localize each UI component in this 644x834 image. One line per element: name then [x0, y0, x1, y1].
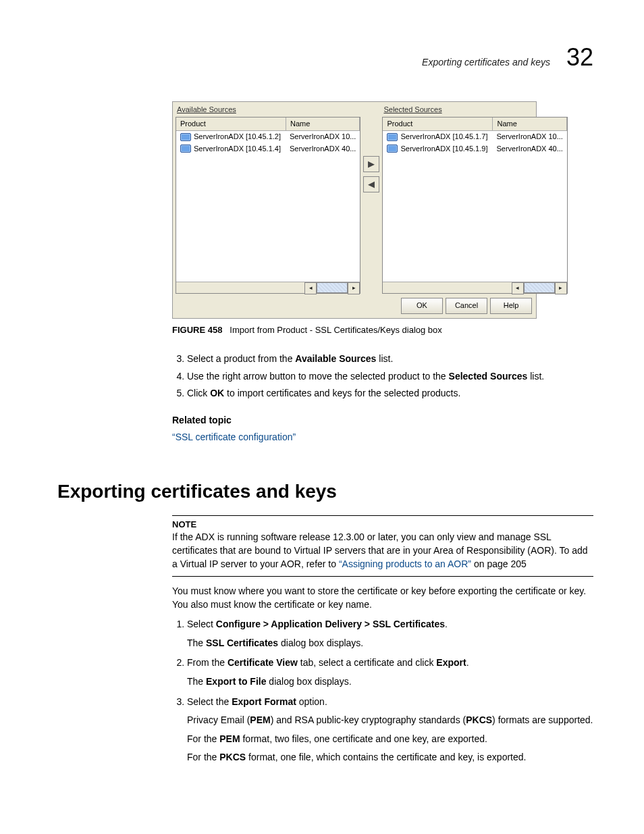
figure-label: FIGURE 458: [172, 325, 222, 335]
table-row[interactable]: ServerIronADX [10.45.1.4] ServerIronADX …: [176, 143, 360, 155]
figure-caption: FIGURE 458 Import from Product - SSL Cer…: [172, 324, 593, 336]
cell-product: ServerIronADX [10.45.1.9]: [400, 144, 487, 154]
note-link[interactable]: “Assigning products to an AOR”: [339, 558, 471, 569]
device-icon: [387, 145, 398, 153]
cancel-button[interactable]: Cancel: [446, 298, 487, 314]
scroll-right-button[interactable]: ▸: [555, 282, 567, 294]
available-sources-label: Available Sources: [173, 102, 363, 116]
list-item: Select a product from the Available Sour…: [187, 353, 593, 366]
available-sources-table[interactable]: Product Name ServerIronADX [10.45.1.2] S…: [176, 117, 360, 294]
list-item: Select the Export Format option. Privacy…: [187, 696, 593, 764]
available-sources-panel: Available Sources Product Name ServerIro…: [173, 102, 363, 293]
steps-list-b: Select Configure > Application Delivery …: [172, 618, 593, 764]
ok-button[interactable]: OK: [401, 298, 443, 314]
table-row[interactable]: ServerIronADX [10.45.1.9] ServerIronADX …: [383, 143, 566, 155]
move-right-button[interactable]: ▶: [363, 156, 379, 172]
cell-name: ServerIronADX 40...: [286, 143, 360, 155]
device-icon: [180, 133, 191, 141]
cell-name: ServerIronADX 40...: [492, 143, 566, 155]
horizontal-scrollbar[interactable]: ◂ ▸: [176, 282, 360, 293]
table-row[interactable]: ServerIronADX [10.45.1.7] ServerIronADX …: [383, 131, 566, 142]
related-topic-link[interactable]: “SSL certificate configuration”: [172, 432, 296, 442]
selected-sources-table[interactable]: Product Name ServerIronADX [10.45.1.7] S…: [382, 117, 567, 294]
dialog-button-row: OK Cancel Help: [173, 294, 536, 318]
scroll-left-button[interactable]: ◂: [512, 282, 524, 294]
cell-product: ServerIronADX [10.45.1.7]: [400, 132, 487, 142]
section-heading: Exporting certificates and keys: [57, 478, 593, 504]
table-row[interactable]: ServerIronADX [10.45.1.2] ServerIronADX …: [176, 131, 360, 142]
col-header-name[interactable]: Name: [286, 118, 360, 130]
steps-list-a: Select a product from the Available Sour…: [172, 353, 593, 400]
cell-product: ServerIronADX [10.45.1.2]: [194, 132, 281, 142]
help-button[interactable]: Help: [490, 298, 532, 314]
import-dialog: Available Sources Product Name ServerIro…: [172, 101, 537, 318]
list-item: Click OK to import certificates and keys…: [187, 387, 593, 400]
scroll-right-button[interactable]: ▸: [348, 282, 360, 294]
figure-caption-text: Import from Product - SSL Certificates/K…: [230, 325, 442, 335]
col-header-name[interactable]: Name: [493, 118, 566, 130]
cell-name: ServerIronADX 10...: [286, 131, 360, 142]
cell-name: ServerIronADX 10...: [492, 131, 566, 142]
move-left-button[interactable]: ◀: [363, 176, 379, 192]
header-title: Exporting certificates and keys: [422, 56, 550, 70]
figure-dialog-screenshot: Available Sources Product Name ServerIro…: [172, 101, 537, 318]
header-chapter-number: 32: [566, 41, 593, 74]
selected-sources-label: Selected Sources: [379, 102, 570, 116]
running-header: Exporting certificates and keys 32: [57, 41, 593, 74]
scroll-track[interactable]: [317, 282, 348, 293]
note-block: NOTE If the ADX is running software rele…: [172, 515, 593, 577]
scroll-left-button[interactable]: ◂: [304, 282, 317, 294]
cell-product: ServerIronADX [10.45.1.4]: [194, 144, 281, 154]
col-header-product[interactable]: Product: [383, 118, 493, 130]
device-icon: [387, 133, 398, 141]
page: Exporting certificates and keys 32 Avail…: [0, 0, 644, 834]
list-item: Select Configure > Application Delivery …: [187, 618, 593, 650]
col-header-product[interactable]: Product: [176, 118, 286, 130]
list-item: Use the right arrow button to move the s…: [187, 370, 593, 384]
device-icon: [180, 145, 191, 153]
mover-buttons: ▶ ◀: [363, 102, 379, 293]
scroll-track[interactable]: [524, 282, 555, 293]
note-text: If the ADX is running software release 1…: [172, 531, 593, 571]
intro-paragraph: You must know where you want to store th…: [172, 585, 593, 611]
note-label: NOTE: [172, 519, 593, 531]
selected-sources-panel: Selected Sources Product Name ServerIron…: [379, 102, 570, 293]
horizontal-scrollbar[interactable]: ◂ ▸: [383, 282, 566, 293]
related-topic-heading: Related topic: [172, 414, 593, 427]
list-item: From the Certificate View tab, select a …: [187, 656, 593, 688]
